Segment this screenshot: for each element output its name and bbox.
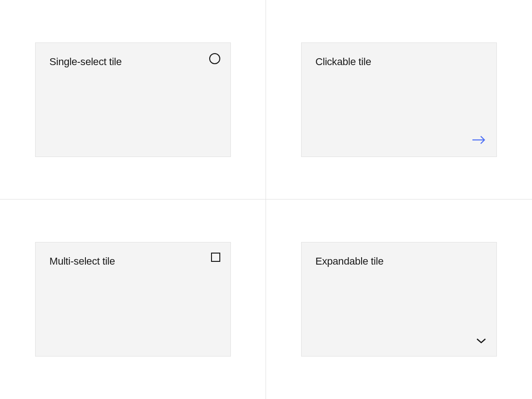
cell-single-select: Single-select tile	[0, 0, 266, 200]
chevron-down-icon	[476, 338, 486, 344]
cell-multi-select: Multi-select tile	[0, 200, 266, 399]
multi-select-tile-label: Multi-select tile	[49, 255, 115, 267]
single-select-tile-label: Single-select tile	[49, 56, 122, 67]
arrow-right-icon	[472, 135, 486, 145]
radio-indicator	[209, 53, 220, 64]
single-select-tile[interactable]: Single-select tile	[35, 42, 231, 157]
checkbox-indicator	[211, 253, 220, 262]
tile-grid: Single-select tile Clickable tile Multi-…	[0, 0, 532, 399]
clickable-tile[interactable]: Clickable tile	[301, 42, 497, 157]
radio-unchecked-icon	[209, 53, 220, 64]
expandable-tile-label: Expandable tile	[315, 255, 383, 267]
expandable-tile[interactable]: Expandable tile	[301, 242, 497, 357]
cell-expandable: Expandable tile	[266, 200, 532, 399]
multi-select-tile[interactable]: Multi-select tile	[35, 242, 231, 357]
cell-clickable: Clickable tile	[266, 0, 532, 200]
clickable-tile-label: Clickable tile	[315, 56, 371, 67]
checkbox-unchecked-icon	[211, 253, 220, 262]
